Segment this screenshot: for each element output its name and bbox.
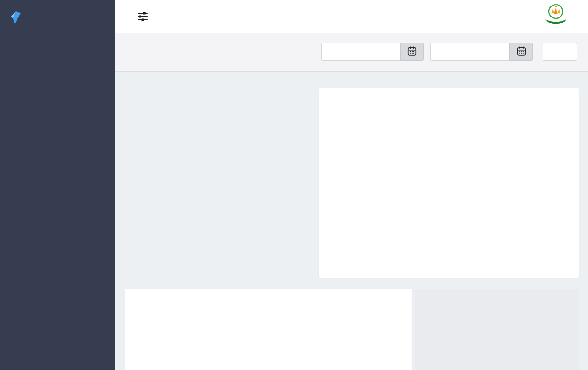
date-from-input[interactable] [321, 43, 400, 61]
calendar-icon [516, 46, 526, 58]
transaction-type-panel [415, 289, 579, 370]
brand-logo [0, 0, 115, 27]
transaction-volume-card [125, 289, 412, 370]
topbar [115, 0, 588, 33]
calendar-icon [407, 46, 417, 58]
date-from-calendar-button[interactable] [400, 43, 424, 61]
page-subtitle-row [126, 57, 141, 63]
successful-transaction-card [319, 88, 579, 278]
period-daily-button[interactable] [543, 43, 577, 61]
date-to-input[interactable] [430, 43, 509, 61]
academy-logo [541, 2, 571, 32]
filter-sliders-button[interactable] [136, 11, 149, 23]
main-content [115, 72, 588, 370]
date-to-group [430, 43, 533, 61]
page-header [115, 33, 588, 72]
date-to-calendar-button[interactable] [509, 43, 533, 61]
sliders-icon [137, 17, 149, 24]
sidebar [0, 0, 115, 370]
razorpay-logo-icon [11, 11, 21, 24]
date-from-group [321, 43, 424, 61]
successful-transaction-chart [340, 120, 571, 256]
transaction-volume-chart [161, 313, 404, 370]
